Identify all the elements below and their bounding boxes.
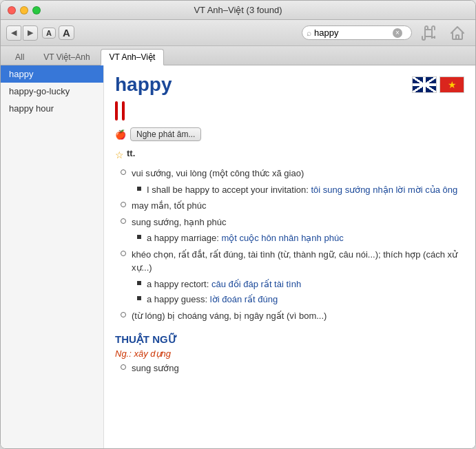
titlebar: VT Anh–Việt (3 found) [1, 1, 475, 20]
content-area: happy 🍎 Nghe phát âm... [104, 65, 475, 448]
example-list: I shall be happy to accept your invitati… [137, 183, 464, 197]
favorite-icon[interactable]: ☆ [115, 149, 124, 160]
bullet [121, 251, 126, 256]
tab-viet-anh[interactable]: VT Việt–Anh [34, 49, 99, 65]
bullet [121, 202, 126, 207]
pron-bar-2 [122, 101, 125, 121]
main-area: happy happy-go-lucky happy hour happy [1, 65, 475, 448]
list-item: sung sướng [121, 362, 464, 375]
section-title: THUẬT NGỮ [115, 333, 464, 346]
example-bullet [137, 281, 141, 285]
search-icon: ⌕ [307, 28, 311, 38]
example-bullet [137, 296, 141, 300]
sidebar: happy happy-go-lucky happy hour [1, 65, 104, 448]
example-bullet [137, 187, 141, 191]
maximize-button[interactable] [32, 6, 41, 14]
tab-bar: All VT Việt–Anh VT Anh–Việt [1, 46, 475, 65]
back-button[interactable]: ◀ [6, 25, 21, 41]
window-title: VT Anh–Việt (3 found) [194, 5, 282, 15]
font-small-button[interactable]: A [42, 28, 56, 39]
entry-header: happy [115, 74, 464, 96]
flag-uk [412, 76, 437, 93]
tab-all[interactable]: All [6, 49, 33, 65]
close-button[interactable] [8, 6, 16, 14]
bullet [121, 364, 126, 370]
bullet [121, 312, 126, 317]
apple-icon: 🍎 [115, 129, 126, 140]
toolbar: ◀ ▶ A A ⌕ × [1, 20, 475, 46]
sidebar-item-happy-go-lucky[interactable]: happy-go-lucky [1, 83, 103, 100]
listen-row: 🍎 Nghe phát âm... [115, 125, 464, 144]
traffic-lights [8, 6, 41, 14]
font-large-button[interactable]: A [59, 25, 74, 40]
font-size-controls: A A [42, 25, 74, 40]
flag-vn [439, 76, 464, 93]
pronunciation-bars [115, 101, 464, 121]
search-clear-button[interactable]: × [393, 28, 402, 38]
definition-list: vui sướng, vui lòng (một công thức xã gi… [121, 167, 464, 322]
list-item: vui sướng, vui lòng (một công thức xã gi… [121, 167, 464, 196]
listen-button[interactable]: Nghe phát âm... [130, 127, 201, 141]
forward-button[interactable]: ▶ [23, 25, 38, 41]
main-window: VT Anh–Việt (3 found) ◀ ▶ A A ⌕ × [0, 0, 476, 449]
section-definition-list: sung sướng [121, 362, 464, 375]
nav-buttons: ◀ ▶ [6, 25, 38, 41]
list-item: I shall be happy to accept your invitati… [137, 183, 464, 197]
flags [412, 76, 464, 93]
list-item: (từ lóng) bị choáng váng, bị ngây ngất (… [121, 309, 464, 323]
search-box: ⌕ × [302, 25, 412, 40]
bullet [121, 169, 126, 175]
search-input[interactable] [314, 28, 390, 38]
list-item: a happy rectort: câu đối đáp rất tài tìn… [137, 278, 464, 291]
list-item: a happy guess: lời đoán rất đúng [137, 293, 464, 306]
pron-bar-1 [115, 101, 118, 121]
minimize-button[interactable] [20, 6, 28, 14]
bullet [121, 218, 126, 224]
list-item: a happy marriage: một cuộc hôn nhân hạnh… [137, 231, 464, 245]
list-item: may mắn, tốt phúc [121, 199, 464, 213]
list-item: khéo chọn, rất đắt, rất đúng, tài tình (… [121, 248, 464, 306]
command-icon [416, 21, 441, 45]
example-bullet [137, 235, 141, 239]
example-list: a happy marriage: một cuộc hôn nhân hạnh… [137, 231, 464, 245]
home-icon [445, 21, 470, 45]
section-subtitle: Ng.: xây dựng [115, 348, 464, 359]
sidebar-item-happy[interactable]: happy [1, 65, 103, 83]
sidebar-item-happy-hour[interactable]: happy hour [1, 100, 103, 117]
example-list: a happy rectort: câu đối đáp rất tài tìn… [137, 278, 464, 306]
list-item: sung sướng, hạnh phúc a happy marriage: … [121, 216, 464, 245]
tab-anh-viet[interactable]: VT Anh–Việt [101, 49, 165, 65]
entry-word: happy [115, 74, 172, 96]
wordclass-row: ☆ tt. [115, 147, 464, 163]
